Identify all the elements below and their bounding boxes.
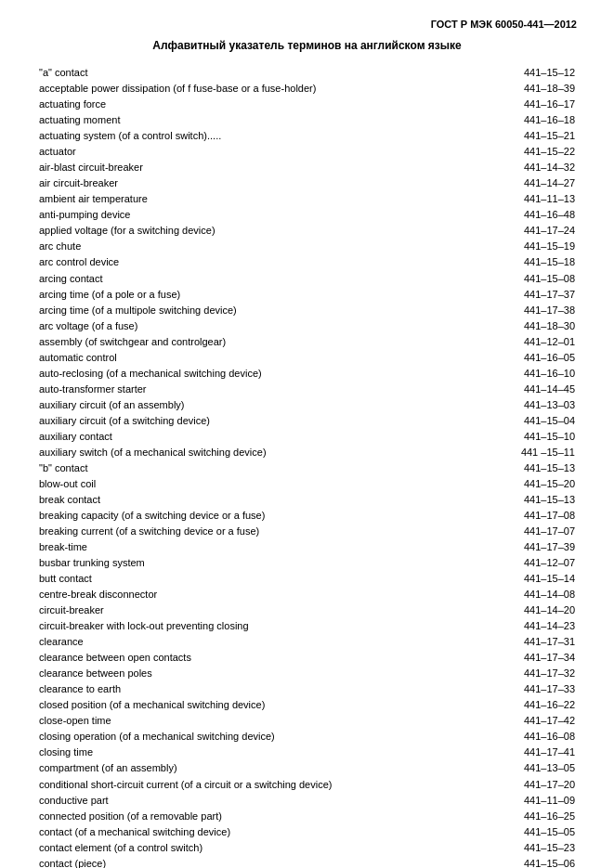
table-row: auxiliary contact441–15–10: [37, 429, 577, 445]
code-cell: 441–12–01: [442, 334, 577, 350]
table-row: compartment (of an assembly)441–13–05: [37, 760, 577, 776]
code-cell: 441–16–10: [442, 366, 577, 382]
term-cell: auto-reclosing (of a mechanical switchin…: [37, 366, 442, 382]
code-cell: 441–15–04: [442, 413, 577, 429]
term-cell: actuating force: [37, 97, 442, 112]
table-row: closing time441–17–41: [37, 745, 577, 760]
term-cell: arc chute: [37, 239, 442, 254]
term-cell: applied voltage (for a switching device): [37, 223, 442, 239]
code-cell: 441–11–13: [442, 191, 577, 207]
table-row: actuator441–15–22: [37, 144, 577, 160]
page-title: Алфавитный указатель терминов на английс…: [37, 39, 577, 52]
term-cell: circuit-breaker with lock-out preventing…: [37, 618, 442, 634]
term-cell: air-blast circuit-breaker: [37, 160, 442, 175]
term-cell: clearance to earth: [37, 681, 442, 697]
table-row: automatic control441–16–05: [37, 350, 577, 366]
term-cell: breaking capacity (of a switching device…: [37, 508, 442, 524]
table-row: busbar trunking system441–12–07: [37, 555, 577, 571]
table-row: arcing time (of a pole or a fuse)441–17–…: [37, 286, 577, 302]
code-cell: 441–14–45: [442, 382, 577, 397]
term-cell: automatic control: [37, 350, 442, 366]
term-cell: actuator: [37, 144, 442, 160]
table-row: circuit-breaker with lock-out preventing…: [37, 618, 577, 634]
code-cell: 441–15–21: [442, 128, 577, 144]
code-cell: 441–15–05: [442, 824, 577, 840]
term-cell: auxiliary circuit (of an assembly): [37, 397, 442, 413]
code-cell: 441–18–30: [442, 318, 577, 334]
table-row: arcing time (of a multipole switching de…: [37, 302, 577, 317]
table-row: air-blast circuit-breaker441–14–32: [37, 160, 577, 175]
table-row: auxiliary circuit (of an assembly)441–13…: [37, 397, 577, 413]
table-row: actuating force441–16–17: [37, 97, 577, 112]
code-cell: 441–14–20: [442, 602, 577, 618]
table-row: contact (piece)441–15–06: [37, 856, 577, 868]
table-row: close-open time441–17–42: [37, 713, 577, 729]
code-cell: 441–16–18: [442, 112, 577, 128]
code-cell: 441–15–10: [442, 429, 577, 445]
code-cell: 441–12–07: [442, 555, 577, 571]
term-cell: arcing time (of a multipole switching de…: [37, 302, 442, 317]
table-row: arc control device441–15–18: [37, 254, 577, 270]
table-row: anti-pumping device441–16–48: [37, 207, 577, 223]
term-cell: busbar trunking system: [37, 555, 442, 571]
code-cell: 441–18–39: [442, 81, 577, 97]
table-row: break-time441–17–39: [37, 539, 577, 555]
index-table: "a" contact441–15–12acceptable power dis…: [37, 65, 577, 868]
table-row: actuating system (of a control switch)..…: [37, 128, 577, 144]
term-cell: contact (piece): [37, 856, 442, 868]
code-cell: 441–17–37: [442, 286, 577, 302]
term-cell: closing operation (of a mechanical switc…: [37, 729, 442, 745]
code-cell: 441–16–08: [442, 729, 577, 745]
code-cell: 441–17–39: [442, 539, 577, 555]
code-cell: 441–15–19: [442, 239, 577, 254]
term-cell: contact element (of a control switch): [37, 840, 442, 856]
code-cell: 441 –15–11: [442, 445, 577, 460]
table-row: arc chute441–15–19: [37, 239, 577, 254]
term-cell: conditional short-circuit current (of a …: [37, 776, 442, 792]
table-row: clearance to earth441–17–33: [37, 681, 577, 697]
table-row: "a" contact441–15–12: [37, 65, 577, 81]
code-cell: 441–15–23: [442, 840, 577, 856]
code-cell: 441–16–22: [442, 697, 577, 713]
term-cell: blow-out coil: [37, 476, 442, 492]
term-cell: connected position (of a removable part): [37, 808, 442, 823]
code-cell: 441–13–05: [442, 760, 577, 776]
table-row: breaking current (of a switching device …: [37, 524, 577, 539]
table-row: acceptable power dissipation (of f fuse-…: [37, 81, 577, 97]
term-cell: air circuit-breaker: [37, 175, 442, 191]
term-cell: butt contact: [37, 571, 442, 587]
term-cell: break contact: [37, 492, 442, 508]
table-row: assembly (of switchgear and controlgear)…: [37, 334, 577, 350]
table-row: auxiliary switch (of a mechanical switch…: [37, 445, 577, 460]
term-cell: contact (of a mechanical switching devic…: [37, 824, 442, 840]
code-cell: 441–15–06: [442, 856, 577, 868]
term-cell: auxiliary circuit (of a switching device…: [37, 413, 442, 429]
code-cell: 441–14–27: [442, 175, 577, 191]
code-cell: 441–16–17: [442, 97, 577, 112]
term-cell: break-time: [37, 539, 442, 555]
code-cell: 441–17–33: [442, 681, 577, 697]
table-row: air circuit-breaker441–14–27: [37, 175, 577, 191]
table-row: centre-break disconnector441–14–08: [37, 587, 577, 602]
term-cell: auto-transformer starter: [37, 382, 442, 397]
term-cell: actuating system (of a control switch)..…: [37, 128, 442, 144]
code-cell: 441–17–24: [442, 223, 577, 239]
table-row: arc voltage (of a fuse)441–18–30: [37, 318, 577, 334]
term-cell: arc voltage (of a fuse): [37, 318, 442, 334]
code-cell: 441–15–18: [442, 254, 577, 270]
table-row: closed position (of a mechanical switchi…: [37, 697, 577, 713]
term-cell: clearance between poles: [37, 666, 442, 681]
term-cell: centre-break disconnector: [37, 587, 442, 602]
table-row: actuating moment441–16–18: [37, 112, 577, 128]
table-row: "b" contact441–15–13: [37, 460, 577, 476]
term-cell: compartment (of an assembly): [37, 760, 442, 776]
term-cell: circuit-breaker: [37, 602, 442, 618]
code-cell: 441–16–48: [442, 207, 577, 223]
code-cell: 441–15–13: [442, 492, 577, 508]
term-cell: actuating moment: [37, 112, 442, 128]
code-cell: 441–15–12: [442, 65, 577, 81]
code-cell: 441–15–08: [442, 270, 577, 286]
table-row: auto-reclosing (of a mechanical switchin…: [37, 366, 577, 382]
table-row: contact element (of a control switch)441…: [37, 840, 577, 856]
code-cell: 441–11–09: [442, 792, 577, 808]
